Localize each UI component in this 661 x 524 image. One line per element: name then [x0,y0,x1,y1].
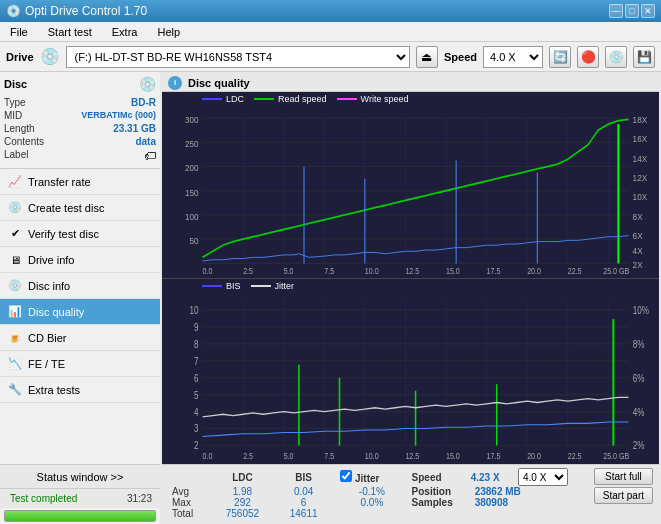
svg-text:10.0: 10.0 [365,267,379,276]
save-icon[interactable]: 💾 [633,46,655,68]
disc-label-icon[interactable]: 🏷 [144,149,156,163]
svg-text:6X: 6X [633,231,643,242]
speed-select[interactable]: 4.0 X [483,46,543,68]
avg-ldc: 1.98 [210,486,275,497]
sidebar: Disc 💿 Type BD-R MID VERBATIMc (000) Len… [0,72,160,524]
svg-text:4%: 4% [633,406,645,417]
svg-text:2: 2 [194,440,199,451]
sidebar-item-verify-test-disc[interactable]: ✔ Verify test disc [0,221,160,247]
svg-text:2.5: 2.5 [243,267,253,276]
nav-items: 📈 Transfer rate 💿 Create test disc ✔ Ver… [0,169,160,464]
eject-icon[interactable]: ⏏ [416,46,438,68]
chart1-legend-read: Read speed [278,94,327,104]
fe-te-label: FE / TE [28,358,65,370]
disc-type-value: BD-R [131,97,156,108]
chart1-svg: 300 250 200 150 100 50 18X 16X 14X 12X 1… [162,106,659,276]
dq-title: Disc quality [188,77,250,89]
svg-text:25.0 GB: 25.0 GB [603,267,629,276]
svg-text:10.0: 10.0 [365,450,379,460]
speed-label-stats: Speed [412,472,442,483]
maximize-button[interactable]: □ [625,4,639,18]
menu-help[interactable]: Help [151,24,186,40]
sidebar-item-transfer-rate[interactable]: 📈 Transfer rate [0,169,160,195]
burn-icon[interactable]: 🔴 [577,46,599,68]
svg-text:0.0: 0.0 [203,267,213,276]
sidebar-item-drive-info[interactable]: 🖥 Drive info [0,247,160,273]
refresh-icon[interactable]: 🔄 [549,46,571,68]
sidebar-item-cd-bier[interactable]: 🍺 CD Bier [0,325,160,351]
title-bar: 💿 Opti Drive Control 1.70 — □ ✕ [0,0,661,22]
chart2-legend-bis: BIS [226,281,241,291]
svg-text:17.5: 17.5 [487,450,501,460]
disc-contents-value: data [135,136,156,147]
close-button[interactable]: ✕ [641,4,655,18]
svg-text:20.0: 20.0 [527,267,541,276]
max-ldc: 292 [210,497,275,508]
app-title: Opti Drive Control 1.70 [25,4,147,18]
svg-text:300: 300 [185,114,199,125]
position-label: Position [412,486,471,497]
max-jitter: 0.0% [332,497,411,508]
transfer-rate-label: Transfer rate [28,176,91,188]
sidebar-item-extra-tests[interactable]: 🔧 Extra tests [0,377,160,403]
speed-value-stats: 4.23 X [471,472,504,483]
sidebar-item-disc-quality[interactable]: 📊 Disc quality [0,299,160,325]
create-test-disc-label: Create test disc [28,202,104,214]
sidebar-item-fe-te[interactable]: 📉 FE / TE [0,351,160,377]
app-icon: 💿 [6,4,21,18]
svg-text:200: 200 [185,163,199,174]
drive-select[interactable]: (F:) HL-DT-ST BD-RE WH16NS58 TST4 [66,46,410,68]
svg-text:2%: 2% [633,440,645,451]
avg-bis: 0.04 [275,486,332,497]
total-bis: 14611 [275,508,332,519]
status-window-button[interactable]: Status window >> [0,464,160,488]
drive-bar: Drive 💿 (F:) HL-DT-ST BD-RE WH16NS58 TST… [0,42,661,72]
menu-start-test[interactable]: Start test [42,24,98,40]
start-part-button[interactable]: Start part [594,487,653,504]
disc-length-value: 23.31 GB [113,123,156,134]
svg-text:14X: 14X [633,153,647,164]
samples-label: Samples [412,497,471,508]
cd-bier-icon: 🍺 [8,331,22,345]
svg-text:0.0: 0.0 [203,450,213,460]
avg-label: Avg [168,486,210,497]
svg-text:15.0: 15.0 [446,450,460,460]
disc-label-label: Label [4,149,28,163]
disc-length-label: Length [4,123,35,134]
disc-info-icon: 💿 [8,279,22,293]
svg-text:15.0: 15.0 [446,267,460,276]
drive-icon: 💿 [40,47,60,66]
svg-text:250: 250 [185,138,199,149]
svg-text:100: 100 [185,211,199,222]
extra-tests-label: Extra tests [28,384,80,396]
disc-mid-label: MID [4,110,22,121]
max-bis: 6 [275,497,332,508]
speed-select-stats[interactable]: 4.0 X [518,468,568,486]
progress-bar-container [4,510,156,522]
start-full-button[interactable]: Start full [594,468,653,485]
svg-text:10X: 10X [633,192,647,203]
jitter-checkbox[interactable] [340,470,352,482]
menu-file[interactable]: File [4,24,34,40]
sidebar-item-create-test-disc[interactable]: 💿 Create test disc [0,195,160,221]
progress-bar-fill [5,511,155,521]
chart2-legend-jitter: Jitter [275,281,295,291]
svg-text:8X: 8X [633,211,643,222]
svg-text:25.0 GB: 25.0 GB [603,450,629,460]
chart1-legend: LDC Read speed Write speed [162,92,659,106]
svg-text:7.5: 7.5 [324,450,334,460]
speed-label: Speed [444,51,477,63]
menu-extra[interactable]: Extra [106,24,144,40]
svg-text:16X: 16X [633,134,647,145]
disc-icon[interactable]: 💿 [605,46,627,68]
extra-tests-icon: 🔧 [8,383,22,397]
chart1-legend-write: Write speed [361,94,409,104]
samples-value: 380908 [471,497,590,508]
svg-text:6%: 6% [633,372,645,383]
total-ldc: 756052 [210,508,275,519]
minimize-button[interactable]: — [609,4,623,18]
svg-text:12X: 12X [633,172,647,183]
position-value: 23862 MB [471,486,590,497]
sidebar-item-disc-info[interactable]: 💿 Disc info [0,273,160,299]
svg-text:150: 150 [185,187,199,198]
